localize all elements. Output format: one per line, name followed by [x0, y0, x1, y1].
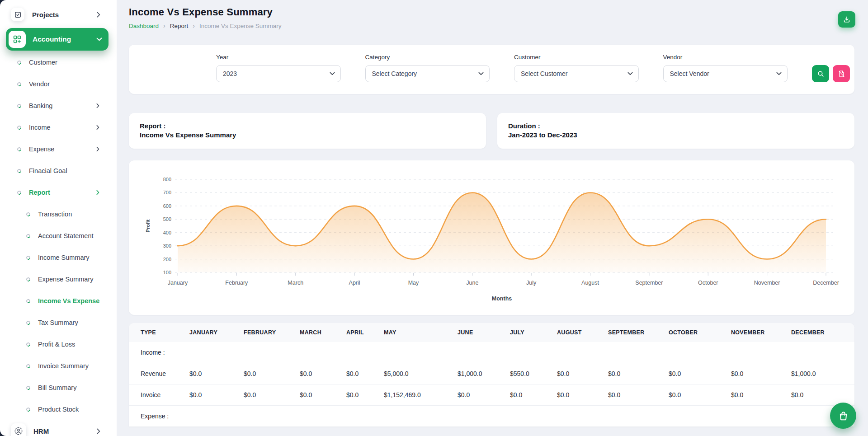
- column-header: NOVEMBER: [727, 323, 788, 342]
- bullet-icon: [25, 385, 31, 390]
- cell: $5,000.0: [380, 363, 454, 384]
- sidebar-item-expense[interactable]: Expense: [0, 138, 117, 160]
- bullet-icon: [16, 103, 22, 108]
- cell: $550.0: [506, 363, 553, 384]
- cell: $0.0: [553, 384, 604, 405]
- sidebar-item-invoice-summary[interactable]: Invoice Summary: [0, 355, 117, 377]
- year-label: Year: [216, 54, 341, 61]
- sidebar-item-bill-summary[interactable]: Bill Summary: [0, 377, 117, 398]
- svg-text:600: 600: [163, 203, 171, 208]
- column-header: APRIL: [343, 323, 380, 342]
- svg-text:December: December: [813, 280, 839, 286]
- sidebar-item-accounting[interactable]: Accounting: [6, 28, 108, 51]
- category-select[interactable]: Select Category: [365, 65, 490, 82]
- sidebar-item-profit-loss[interactable]: Profit & Loss: [0, 333, 117, 355]
- svg-text:800: 800: [163, 177, 171, 182]
- cell: $1,000.0: [454, 363, 506, 384]
- sidebar-item-income-vs-expense[interactable]: Income Vs Expense: [0, 290, 117, 312]
- svg-text:October: October: [698, 280, 718, 286]
- cell: $1,152,469.0: [380, 384, 454, 405]
- breadcrumb-current: Income Vs Expense Summary: [199, 23, 282, 29]
- column-header: DECEMBER: [788, 323, 854, 342]
- sidebar-item-label: Account Statement: [38, 232, 94, 239]
- bullet-icon: [16, 81, 22, 87]
- cell: $0.0: [240, 384, 296, 405]
- column-header: JANUARY: [186, 323, 240, 342]
- cell: $0.0: [506, 384, 553, 405]
- svg-text:January: January: [168, 280, 188, 286]
- info-cards-row: Report : Income Vs Expense Summary Durat…: [129, 113, 854, 149]
- svg-text:400: 400: [163, 230, 171, 235]
- search-icon: [817, 70, 825, 78]
- year-select[interactable]: 2023: [216, 65, 341, 82]
- customer-select[interactable]: Select Customer: [514, 65, 639, 82]
- cell: $0.0: [186, 384, 240, 405]
- report-info-card: Report : Income Vs Expense Summary: [129, 113, 486, 149]
- sidebar-item-income-summary[interactable]: Income Summary: [0, 247, 117, 268]
- download-icon: [843, 15, 851, 23]
- sidebar-item-label: Expense Summary: [38, 276, 94, 283]
- breadcrumb: Dashboard › Report › Income Vs Expense S…: [129, 22, 854, 29]
- income-expense-table: TYPE JANUARY FEBRUARY MARCH APRIL MAY JU…: [129, 323, 854, 427]
- sidebar-item-label: Income Vs Expense: [38, 297, 99, 305]
- download-button[interactable]: [838, 11, 855, 28]
- sidebar-menu: Customer Vendor Banking Income Expense: [0, 52, 117, 436]
- chevron-down-icon: [96, 38, 102, 41]
- bullet-icon: [25, 255, 31, 260]
- grid-plus-icon: [9, 31, 26, 48]
- cell: $0.0: [186, 363, 240, 384]
- sidebar-item-report[interactable]: Report: [0, 182, 117, 203]
- column-header: MAY: [380, 323, 454, 342]
- bullet-icon: [16, 60, 22, 65]
- breadcrumb-report-link[interactable]: Report: [170, 23, 189, 29]
- cart-float-button[interactable]: [830, 403, 856, 429]
- sidebar-item-label: Finacial Goal: [29, 167, 67, 174]
- sidebar-item-label: Income: [29, 124, 51, 131]
- sidebar-item-label: Accounting: [33, 35, 71, 43]
- vendor-label: Vendor: [663, 54, 788, 61]
- breadcrumb-dashboard-link[interactable]: Dashboard: [129, 23, 159, 29]
- clear-filter-button[interactable]: [833, 65, 850, 82]
- search-button[interactable]: [812, 65, 829, 82]
- svg-text:Profit: Profit: [145, 219, 151, 232]
- sidebar-item-label: Transaction: [38, 211, 72, 218]
- cell: $0.0: [665, 363, 727, 384]
- column-header: FEBRUARY: [240, 323, 296, 342]
- bullet-icon: [25, 298, 31, 304]
- sidebar-item-customer[interactable]: Customer: [0, 52, 117, 73]
- breadcrumb-separator: ›: [193, 22, 195, 29]
- main-content: Income Vs Expense Summary Dashboard › Re…: [117, 0, 868, 436]
- sidebar-item-projects[interactable]: Projects: [0, 5, 117, 24]
- checkbox-icon: [11, 8, 24, 21]
- cell: $0.0: [604, 363, 665, 384]
- svg-text:May: May: [408, 280, 419, 286]
- sidebar-item-expense-summary[interactable]: Expense Summary: [0, 268, 117, 290]
- cell: $0.0: [727, 363, 788, 384]
- sidebar-item-hrm[interactable]: HRM: [0, 420, 117, 436]
- table-header-row: TYPE JANUARY FEBRUARY MARCH APRIL MAY JU…: [129, 323, 854, 342]
- sidebar-item-banking[interactable]: Banking: [0, 95, 117, 117]
- report-info-title: Report :: [140, 122, 475, 131]
- sidebar-item-label: Vendor: [29, 80, 50, 88]
- sidebar-item-label: Customer: [29, 59, 57, 66]
- cell: $0.0: [553, 363, 604, 384]
- sidebar-item-label: Invoice Summary: [38, 362, 89, 370]
- filter-card: Year 2023 Category Select Category: [129, 45, 854, 94]
- chevron-right-icon: [97, 12, 100, 18]
- sidebar-item-vendor[interactable]: Vendor: [0, 73, 117, 95]
- duration-info-card: Duration : Jan-2023 to Dec-2023: [497, 113, 854, 149]
- section-label: Expense :: [129, 405, 854, 427]
- sidebar-item-product-stock[interactable]: Product Stock: [0, 398, 117, 420]
- svg-text:July: July: [526, 280, 537, 286]
- column-header: JUNE: [454, 323, 506, 342]
- vendor-select[interactable]: Select Vendor: [663, 65, 788, 82]
- sidebar-item-tax-summary[interactable]: Tax Summary: [0, 312, 117, 333]
- sidebar-item-financial-goal[interactable]: Finacial Goal: [0, 160, 117, 182]
- chevron-right-icon: [96, 190, 99, 195]
- sidebar-item-transaction[interactable]: Transaction: [0, 203, 117, 225]
- user-dashed-circle-icon: [11, 423, 26, 436]
- sidebar-item-income[interactable]: Income: [0, 117, 117, 138]
- sidebar-item-account-statement[interactable]: Account Statement: [0, 225, 117, 247]
- chart-card: 100200300400500600700800JanuaryFebruaryM…: [129, 160, 854, 315]
- bullet-icon: [25, 211, 31, 217]
